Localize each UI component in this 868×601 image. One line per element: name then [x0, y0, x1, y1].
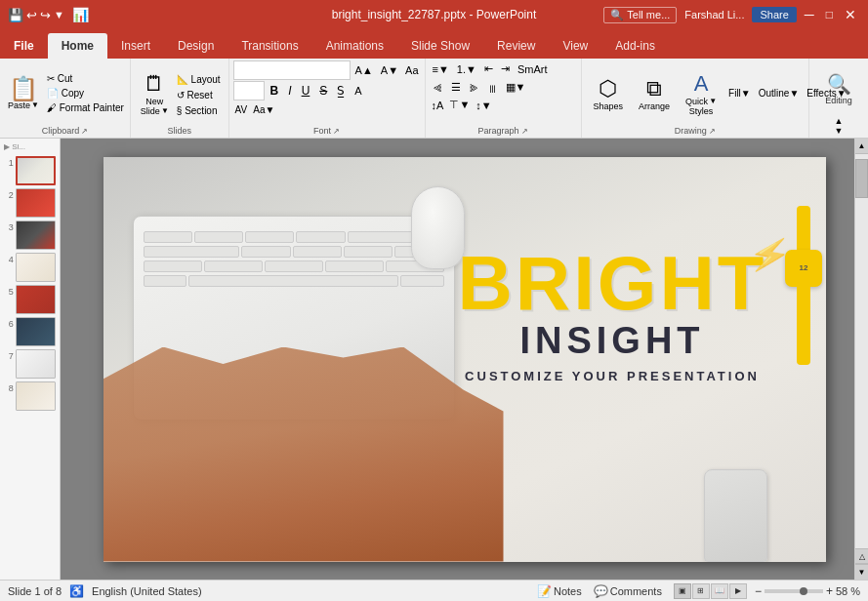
justify-button[interactable]: ⫼	[484, 80, 501, 96]
columns-button[interactable]: ▦▼	[503, 79, 529, 96]
italic-button[interactable]: I	[284, 82, 295, 100]
bold-button[interactable]: B	[267, 82, 283, 100]
tab-review[interactable]: Review	[483, 33, 549, 59]
slide-thumb-8[interactable]: 8	[4, 381, 56, 411]
zoom-slider[interactable]	[765, 589, 823, 593]
align-center-button[interactable]: ☰	[448, 79, 464, 96]
language-indicator[interactable]: English (United States)	[92, 585, 202, 597]
align-text-button[interactable]: ⊤▼	[447, 98, 472, 112]
slide-thumb-2[interactable]: 2	[4, 188, 56, 218]
strikethrough-button[interactable]: S	[315, 82, 331, 100]
quick-styles-button[interactable]: A Quick ▼ Styles	[680, 69, 723, 118]
slide-img-7	[16, 349, 56, 379]
slide-thumb-6[interactable]: 6	[4, 317, 56, 346]
tab-addins[interactable]: Add-ins	[601, 33, 669, 59]
slide-thumb-5[interactable]: 5	[4, 285, 56, 314]
lightning-icon: ⚡	[745, 231, 794, 278]
zoom-thumb[interactable]	[800, 587, 807, 595]
align-left-button[interactable]: ⫷	[430, 80, 446, 96]
close-button[interactable]: ✕	[841, 7, 860, 22]
watch-container: 12	[782, 206, 826, 365]
photo-area	[103, 157, 504, 562]
underline-button[interactable]: U	[298, 82, 314, 100]
font-grow-button[interactable]: A▲	[352, 62, 376, 78]
canvas-area[interactable]: 12 ⚡ BRIGHT INSIGHT CUSTOMIZE YOUR PRESE…	[61, 139, 868, 580]
slide-thumb-1[interactable]: 1	[4, 156, 56, 185]
numbering-button[interactable]: 1.▼	[454, 61, 479, 77]
slide-num-8: 8	[4, 381, 14, 393]
copy-button[interactable]: 📄 Copy	[45, 87, 126, 100]
line-spacing-button[interactable]: ↕▼	[474, 99, 493, 112]
main-area: ▶ Sl... 1 2 3 4 5 6 7 8	[0, 139, 868, 580]
font-shrink-button[interactable]: A▼	[378, 62, 401, 78]
font-name-input[interactable]	[233, 60, 351, 80]
case-button[interactable]: Aa▼	[251, 103, 276, 116]
notes-button[interactable]: 📝 Notes	[533, 583, 586, 599]
tab-animations[interactable]: Animations	[312, 33, 397, 59]
slide-thumb-3[interactable]: 3	[4, 220, 56, 250]
scroll-prev-slide-button[interactable]: △	[855, 548, 868, 564]
reset-button[interactable]: ↺ Reset	[175, 89, 223, 101]
maximize-button[interactable]: □	[822, 8, 837, 21]
bullets-button[interactable]: ≡▼	[430, 61, 452, 77]
text-direction-button[interactable]: ↕A	[430, 99, 446, 112]
scroll-next-slide-button[interactable]: ▼	[855, 564, 868, 580]
save-icon[interactable]: 💾	[8, 8, 23, 22]
char-spacing-button[interactable]: AV	[233, 103, 250, 116]
ribbon-scroll-up[interactable]: ▲	[815, 116, 862, 126]
tell-me-box[interactable]: 🔍 Tell me...	[603, 7, 677, 23]
tab-slideshow[interactable]: Slide Show	[397, 33, 483, 59]
brand-sight: SIGHT	[566, 320, 704, 361]
shadow-button[interactable]: S̲	[333, 82, 349, 100]
slide-sorter-button[interactable]: ⊞	[692, 583, 710, 599]
format-painter-button[interactable]: 🖌 Format Painter	[45, 101, 126, 114]
paste-button[interactable]: 📋 Paste▼	[4, 75, 43, 112]
redo-icon[interactable]: ↪	[40, 8, 51, 22]
layout-button[interactable]: 📐 Layout	[175, 73, 223, 86]
arrange-button[interactable]: ⧉ Arrange	[633, 74, 676, 113]
clear-format-button[interactable]: Aa	[403, 63, 420, 77]
tab-insert[interactable]: Insert	[107, 33, 164, 59]
align-right-button[interactable]: ⫸	[466, 80, 482, 96]
tab-file[interactable]: File	[0, 33, 48, 59]
status-bar: Slide 1 of 8 ♿ English (United States) 📝…	[0, 580, 868, 601]
undo-icon[interactable]: ↩	[26, 8, 37, 22]
comments-button[interactable]: 💬 Comments	[590, 583, 666, 599]
tab-transitions[interactable]: Transitions	[227, 33, 311, 59]
tab-view[interactable]: View	[549, 33, 601, 59]
cut-button[interactable]: ✂ Cut	[45, 72, 126, 85]
accessibility-icon[interactable]: ♿	[69, 584, 84, 598]
decrease-indent-button[interactable]: ⇤	[481, 60, 496, 77]
zoom-out-button[interactable]: −	[755, 584, 762, 598]
share-button[interactable]: Share	[752, 7, 796, 22]
ribbon-scroll-down[interactable]: ▼	[815, 126, 862, 136]
tab-design[interactable]: Design	[164, 33, 227, 59]
slide-num-3: 3	[4, 220, 14, 232]
slide-thumb-4[interactable]: 4	[4, 253, 56, 282]
shape-outline-button[interactable]: Outline▼	[757, 87, 802, 100]
scroll-up-button[interactable]: ▲	[855, 139, 868, 154]
font-color-button[interactable]: A	[351, 83, 365, 99]
editing-button[interactable]: 🔍 Editing	[821, 70, 856, 107]
new-slide-button[interactable]: 🗒 New Slide▼	[137, 69, 173, 118]
shapes-button[interactable]: ⬡ Shapes	[588, 74, 630, 113]
zoom-level[interactable]: 58 %	[836, 585, 860, 597]
shape-fill-button[interactable]: Fill▼	[726, 87, 753, 100]
smartart-button[interactable]: SmArt	[515, 61, 551, 77]
slide-img-3	[16, 220, 56, 250]
minimize-button[interactable]: ─	[801, 7, 818, 22]
user-button[interactable]: Farshad Li...	[681, 9, 748, 20]
zoom-in-button[interactable]: +	[826, 584, 833, 598]
reading-view-button[interactable]: 📖	[711, 583, 728, 599]
slideshow-button[interactable]: ▶	[729, 583, 747, 599]
normal-view-button[interactable]: ▣	[674, 583, 691, 599]
zoom-controls: − + 58 %	[755, 584, 860, 598]
tab-home[interactable]: Home	[48, 33, 107, 59]
font-size-input[interactable]	[233, 81, 265, 100]
brand-in: IN	[519, 320, 566, 361]
slide-thumb-7[interactable]: 7	[4, 349, 56, 379]
increase-indent-button[interactable]: ⇥	[498, 60, 513, 77]
scroll-thumb[interactable]	[855, 159, 868, 198]
customize-icon[interactable]: ▼	[54, 9, 64, 20]
section-button[interactable]: § Section	[175, 104, 223, 117]
